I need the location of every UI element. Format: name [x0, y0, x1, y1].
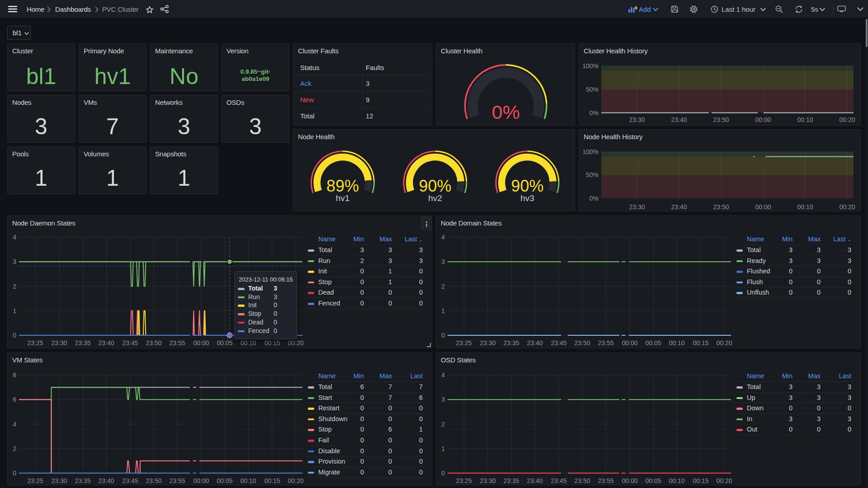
svg-text:90%: 90%: [511, 177, 543, 195]
svg-text:89%: 89%: [326, 177, 359, 195]
svg-text:0%: 0%: [492, 101, 520, 123]
svg-text:hv1: hv1: [336, 193, 350, 203]
svg-text:hv3: hv3: [520, 193, 534, 203]
svg-text:hv2: hv2: [428, 193, 442, 203]
svg-text:90%: 90%: [419, 177, 451, 195]
